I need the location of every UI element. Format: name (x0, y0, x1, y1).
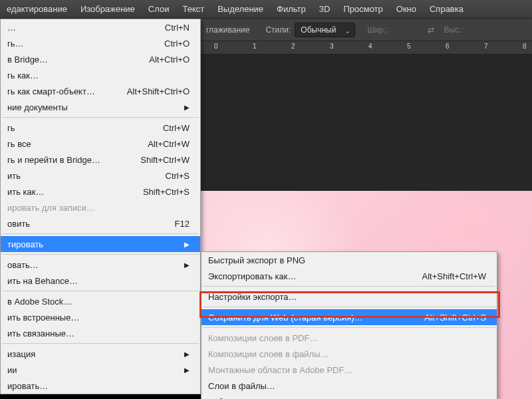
export-submenu-item: Композиции слоев в PDF… (201, 330, 497, 346)
menubar-item[interactable]: Слои (142, 0, 176, 19)
file-menu-item[interactable]: гь…Ctrl+O (1, 35, 200, 51)
submenu-arrow-icon: ▶ (184, 366, 190, 374)
submenu-arrow-icon: ▶ (184, 241, 190, 248)
menubar-item[interactable]: Изображение (74, 0, 142, 19)
export-submenu-item[interactable]: Экспортировать как…Alt+Shift+Ctrl+W (201, 268, 497, 284)
file-menu-item: ировать для записи… (1, 200, 200, 215)
menu-item-label: ние документы (7, 102, 68, 112)
menu-item-label: ить связанные… (7, 329, 74, 338)
file-menu-item[interactable]: гьCtrl+W (1, 120, 200, 136)
menubar-item[interactable]: Текст (176, 0, 211, 19)
menu-item-label: гь и перейти в Bridge… (7, 155, 100, 165)
menu-item-shortcut: Alt+Ctrl+O (149, 55, 190, 65)
menu-item-label: ировать… (7, 381, 48, 391)
menubar-item[interactable]: Окно (390, 0, 423, 19)
swap-icon[interactable]: ⇄ (428, 25, 434, 35)
menu-item-label: Монтажные области в Adobe PDF… (208, 365, 352, 375)
menu-item-label: Таблицы поиска цвета… (208, 397, 307, 400)
antialias-label: глаживание (206, 25, 249, 35)
ruler-tick: 5 (407, 43, 411, 50)
file-menu-panel: …Ctrl+Nгь…Ctrl+Oв Bridge…Alt+Ctrl+Oгь ка… (0, 19, 201, 394)
file-menu-item[interactable]: овитьF12 (1, 215, 200, 231)
file-menu-item[interactable]: ить как…Shift+Ctrl+S (1, 184, 200, 200)
file-menu-item[interactable]: ние документы▶ (1, 99, 200, 115)
menu-item-label: ить как… (7, 187, 45, 197)
file-menu-item[interactable]: итьCtrl+S (1, 168, 200, 184)
menu-item-shortcut: Shift+Ctrl+W (140, 155, 190, 165)
file-menu-item[interactable]: изация▶ (1, 346, 200, 362)
file-menu-item[interactable]: гь всеAlt+Ctrl+W (1, 136, 200, 152)
submenu-arrow-icon: ▶ (184, 104, 190, 111)
menu-item-label: ии (7, 365, 17, 375)
file-menu-item[interactable]: …Ctrl+N (1, 19, 200, 35)
file-menu-item[interactable]: ии▶ (1, 362, 200, 378)
export-submenu-item: Композиции слоев в файлы… (201, 346, 497, 362)
submenu-arrow-icon: ▶ (184, 261, 190, 269)
menu-item-label: Слои в файлы… (208, 381, 275, 391)
menu-item-label: гь… (7, 39, 24, 49)
menubar-item[interactable]: едактирование (0, 0, 74, 19)
export-submenu-separator (203, 286, 495, 287)
menu-item-shortcut: Ctrl+W (163, 123, 190, 133)
menu-item-shortcut: Alt+Shift+Ctrl+S (424, 313, 486, 323)
ruler-tick: 3 (330, 43, 334, 50)
ruler-tick: 0 (214, 43, 218, 50)
menu-item-label: овить (7, 219, 30, 229)
menu-item-shortcut: Alt+Shift+Ctrl+O (127, 86, 190, 96)
menubar-item[interactable]: Фильтр (270, 0, 313, 19)
menu-item-shortcut: Alt+Shift+Ctrl+W (422, 271, 486, 281)
file-menu-item[interactable]: тировать▶ (1, 236, 200, 252)
styles-value: Обычный (301, 25, 336, 35)
file-menu-item[interactable]: гь как… (1, 67, 200, 83)
menu-item-label: ировать для записи… (7, 203, 95, 213)
menubar-item[interactable]: Справка (423, 0, 470, 19)
file-menu-separator (2, 233, 199, 234)
ruler-tick: 8 (523, 43, 527, 50)
export-submenu-item[interactable]: Быстрый экспорт в PNG (201, 252, 497, 268)
styles-select[interactable]: Обычный ⌄ (295, 23, 355, 37)
file-menu-item[interactable]: ить встроенные… (1, 309, 200, 325)
menu-item-shortcut: F12 (175, 219, 190, 229)
file-menu-item[interactable]: ировать… (1, 378, 200, 394)
menu-item-label: Сохранить для Web (старая версия)… (208, 313, 362, 323)
menu-item-label: Быстрый экспорт в PNG (208, 255, 305, 265)
ruler-tick: 2 (291, 43, 295, 50)
export-submenu-item: Монтажные области в Adobe PDF… (201, 362, 497, 378)
file-menu-item[interactable]: гь и перейти в Bridge…Shift+Ctrl+W (1, 152, 200, 168)
export-submenu-item[interactable]: Сохранить для Web (старая версия)…Alt+Sh… (201, 309, 497, 325)
menu-item-label: в Bridge… (7, 55, 48, 65)
file-menu-item[interactable]: ить связанные… (1, 325, 200, 341)
menubar-item[interactable]: 3D (313, 0, 337, 19)
menu-item-label: Настройки экспорта… (208, 292, 297, 302)
file-menu-item[interactable]: ить на Behance… (1, 273, 200, 289)
ruler-tick: 6 (446, 43, 450, 50)
export-submenu-separator (203, 327, 495, 328)
file-menu-separator (2, 117, 199, 118)
ruler-tick: 4 (368, 43, 372, 50)
menu-item-label: ить на Behance… (7, 276, 78, 286)
file-menu-item[interactable]: овать…▶ (1, 257, 200, 273)
submenu-arrow-icon: ▶ (184, 350, 190, 358)
menubar-item[interactable]: Просмотр (336, 0, 389, 19)
height-label: Выс.: (444, 25, 463, 35)
export-submenu-item[interactable]: Слои в файлы… (201, 378, 497, 394)
menu-item-label: овать… (7, 260, 39, 270)
export-submenu-item[interactable]: Настройки экспорта… (201, 289, 497, 305)
menu-item-shortcut: Alt+Ctrl+W (148, 139, 190, 149)
file-menu-item[interactable]: в Bridge…Alt+Ctrl+O (1, 51, 200, 67)
menu-item-label: ить (7, 171, 21, 181)
menu-item-shortcut: Shift+Ctrl+S (143, 187, 190, 197)
canvas-background (201, 55, 532, 191)
menu-item-shortcut: Ctrl+O (164, 39, 190, 49)
menu-item-label: Композиции слоев в файлы… (208, 349, 329, 359)
file-menu-item[interactable]: в Adobe Stock… (1, 293, 200, 309)
menu-item-shortcut: Ctrl+S (166, 171, 190, 181)
menu-item-label: изация (7, 349, 35, 359)
menu-item-label: Композиции слоев в PDF… (208, 333, 318, 343)
export-submenu-panel: Быстрый экспорт в PNGЭкспортировать как…… (201, 251, 497, 399)
file-menu-item[interactable]: гь как смарт-объект…Alt+Shift+Ctrl+O (1, 83, 200, 99)
menubar-item[interactable]: Выделение (211, 0, 270, 19)
menu-item-label: гь все (7, 139, 31, 149)
menu-item-label: тировать (7, 239, 43, 249)
export-submenu-item[interactable]: Таблицы поиска цвета… (201, 394, 497, 399)
